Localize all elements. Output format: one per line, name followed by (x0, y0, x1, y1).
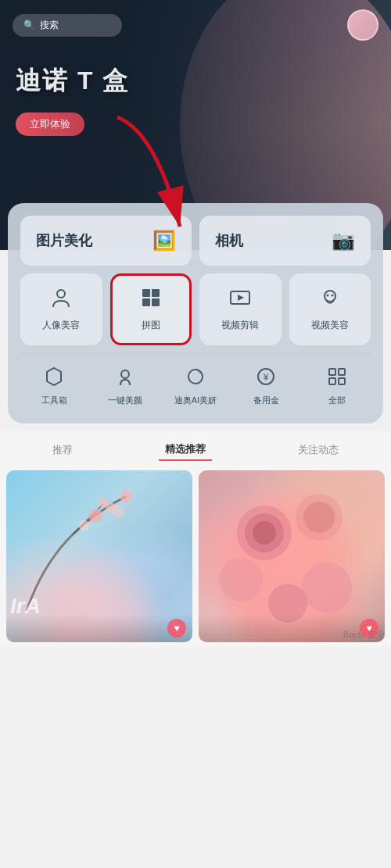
svg-point-10 (331, 295, 333, 297)
all-icon (327, 366, 347, 391)
svg-point-20 (120, 491, 132, 503)
svg-rect-4 (142, 298, 150, 306)
svg-point-12 (121, 370, 129, 378)
feed-tabs: 推荐 精选推荐 关注动态 (6, 431, 385, 466)
portrait-icon (50, 287, 72, 314)
user-avatar[interactable] (347, 9, 378, 41)
video-edit-icon (229, 287, 251, 314)
search-box[interactable]: 🔍 搜索 (13, 14, 122, 37)
watermark: Baidu 安全 (343, 629, 385, 641)
feed-area: 推荐 精选推荐 关注动态 IrA (0, 431, 391, 647)
banner-top-bar: 🔍 搜索 (0, 0, 391, 50)
svg-rect-17 (339, 369, 345, 375)
tool-all[interactable]: 全部 (303, 362, 371, 411)
svg-rect-18 (329, 378, 335, 384)
arrow-svg (94, 109, 219, 250)
all-label: 全部 (328, 395, 346, 406)
toolbox-label: 工具箱 (41, 395, 67, 406)
branch-svg (6, 473, 192, 611)
svg-point-25 (113, 505, 125, 518)
one-beauty-icon (115, 366, 135, 391)
feed-image-grid: IrA ♥ (6, 466, 385, 647)
grid-item-puzzle[interactable]: 拼图 (110, 273, 192, 345)
svg-text:¥: ¥ (263, 372, 269, 383)
svg-marker-11 (47, 368, 61, 385)
tab-recommend[interactable]: 推荐 (46, 440, 79, 460)
heart-button-1[interactable]: ♥ (167, 619, 186, 638)
svg-rect-19 (339, 378, 345, 384)
feed-card-1[interactable]: IrA ♥ (6, 470, 192, 642)
puzzle-icon (140, 287, 162, 314)
puzzle-label: 拼图 (142, 319, 160, 332)
video-beauty-label: 视频美容 (311, 319, 349, 332)
reserve-label: 备用金 (253, 395, 279, 406)
tool-ai-beauty[interactable]: 迪奥AI美妍 (162, 362, 229, 411)
svg-point-28 (253, 521, 276, 545)
svg-point-23 (79, 520, 90, 531)
grid-item-portrait[interactable]: 人像美容 (20, 273, 102, 345)
reserve-icon: ¥ (256, 366, 276, 391)
tool-one-beauty[interactable]: 一键美颜 (91, 362, 158, 411)
tool-reserve[interactable]: ¥ 备用金 (232, 362, 300, 411)
portrait-label: 人像美容 (42, 319, 80, 332)
video-edit-label: 视频剪辑 (221, 319, 259, 332)
beauty-label: 图片美化 (36, 231, 92, 250)
grid-item-camera[interactable]: 相机 📷 (199, 216, 371, 266)
search-icon: 🔍 (23, 20, 35, 30)
grid-bottom-row: 人像美容 拼图 (20, 273, 371, 345)
toolbox-icon (44, 366, 64, 391)
tab-follow[interactable]: 关注动态 (292, 440, 345, 460)
one-beauty-label: 一键美颜 (108, 395, 142, 406)
svg-point-31 (219, 558, 263, 602)
svg-point-30 (303, 502, 335, 533)
feed-card-1-bottom: ♥ (6, 614, 192, 642)
ai-beauty-label: 迪奥AI美妍 (174, 395, 217, 406)
svg-point-32 (302, 563, 352, 613)
svg-rect-3 (152, 289, 160, 297)
tool-row: 工具箱 一键美颜 迪奥AI美妍 (20, 353, 371, 411)
camera-label: 相机 (215, 231, 243, 250)
camera-icon: 📷 (332, 230, 355, 252)
video-beauty-icon (319, 287, 341, 314)
tool-toolbox[interactable]: 工具箱 (20, 362, 88, 411)
svg-rect-16 (329, 369, 335, 375)
search-placeholder: 搜索 (40, 19, 59, 32)
banner-title-area: 迪诺 T 盒 (0, 50, 391, 103)
tab-selected[interactable]: 精选推荐 (159, 439, 212, 461)
grid-item-video-edit[interactable]: 视频剪辑 (199, 273, 282, 345)
svg-point-9 (326, 295, 328, 297)
ai-beauty-icon (185, 366, 206, 391)
svg-point-22 (88, 509, 102, 523)
grid-item-video-beauty[interactable]: 视频美容 (289, 273, 371, 345)
svg-point-8 (325, 291, 335, 302)
banner-title: 迪诺 T 盒 (16, 66, 375, 95)
svg-point-24 (99, 498, 108, 507)
banner-cta-button[interactable]: 立即体验 (16, 113, 84, 136)
svg-rect-2 (142, 289, 150, 297)
app-container: 🔍 搜索 迪诺 T 盒 立即体验 图片美化 🖼️ (0, 0, 391, 647)
svg-point-1 (57, 290, 65, 298)
svg-rect-5 (152, 298, 160, 306)
feed-card-2[interactable]: ♥ (199, 470, 385, 642)
